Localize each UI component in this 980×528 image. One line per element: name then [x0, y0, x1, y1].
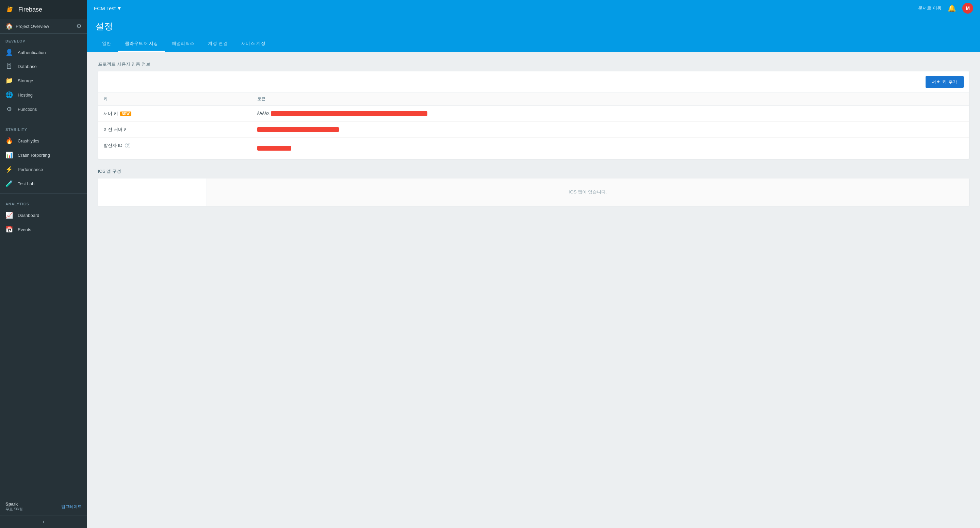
- notifications-bell-icon[interactable]: 🔔: [948, 4, 956, 12]
- sidebar-item-label: Performance: [18, 167, 43, 172]
- gear-icon[interactable]: ⚙: [76, 22, 82, 30]
- collapse-sidebar-button[interactable]: ‹: [0, 515, 87, 528]
- project-auth-section: 프로젝트 사용자 인증 정보 서버 키 추가 키 토큰: [98, 61, 969, 159]
- plan-price: 무료 $0/월: [5, 507, 23, 512]
- app-name: Firebase: [18, 6, 42, 13]
- sidebar-item-dashboard[interactable]: 📈 Dashboard: [0, 208, 87, 222]
- develop-section: DEVELOP 👤 Authentication 🗄 Database 📁 St…: [0, 34, 87, 116]
- topbar-right: 문서로 이동 🔔 M: [918, 3, 973, 14]
- server-key-redacted: [271, 111, 427, 116]
- plan-name: Spark: [5, 501, 23, 507]
- crash-reporting-icon: 📊: [5, 151, 13, 159]
- sidebar-item-label: Test Lab: [18, 181, 34, 186]
- performance-icon: ⚡: [5, 166, 13, 173]
- legacy-key-redacted: [257, 127, 339, 132]
- tab-account-link[interactable]: 계정 연결: [201, 36, 234, 52]
- dashboard-icon: 📈: [5, 211, 13, 219]
- sidebar-item-crash-reporting[interactable]: 📊 Crash Reporting: [0, 148, 87, 162]
- sidebar-item-hosting[interactable]: 🌐 Hosting: [0, 88, 87, 102]
- content-area: 프로젝트 사용자 인증 정보 서버 키 추가 키 토큰: [87, 52, 980, 528]
- project-name[interactable]: FCM Test: [94, 5, 116, 11]
- project-overview-label: Project Overview: [16, 24, 49, 29]
- key-cell-server-key: 서버 키 NEW: [98, 106, 252, 122]
- card-toolbar: 서버 키 추가: [98, 71, 969, 93]
- page-title: 설정: [95, 21, 972, 32]
- topbar-left: FCM Test ▾: [94, 5, 121, 12]
- sidebar-item-label: Authentication: [18, 50, 46, 55]
- key-cell-sender-id: 발신자 ID ?: [98, 138, 252, 159]
- hosting-icon: 🌐: [5, 91, 13, 98]
- table-row: 서버 키 NEW AAAAx: [98, 106, 969, 122]
- analytics-section: ANALYTICS 📈 Dashboard 📅 Events: [0, 197, 87, 237]
- divider-2: [0, 193, 87, 194]
- token-cell-server-key: AAAAx: [252, 106, 969, 122]
- sidebar-item-functions[interactable]: ⚙ Functions: [0, 102, 87, 116]
- sidebar-item-crashlytics[interactable]: 🔥 Crashlytics: [0, 133, 87, 148]
- sidebar: Firebase 🏠 Project Overview ⚙ DEVELOP 👤 …: [0, 0, 87, 528]
- tabs: 일반 클라우드 메시징 애널리틱스 계정 연결 서비스 계정: [95, 36, 972, 52]
- sidebar-item-database[interactable]: 🗄 Database: [0, 60, 87, 73]
- table-row: 이전 서버 키: [98, 122, 969, 138]
- sidebar-item-authentication[interactable]: 👤 Authentication: [0, 45, 87, 60]
- project-auth-title: 프로젝트 사용자 인증 정보: [98, 61, 969, 67]
- stability-section: STABILITY 🔥 Crashlytics 📊 Crash Reportin…: [0, 122, 87, 191]
- analytics-section-label: ANALYTICS: [0, 197, 87, 208]
- docs-link[interactable]: 문서로 이동: [918, 5, 942, 11]
- tab-cloud-messaging[interactable]: 클라우드 메시징: [118, 36, 165, 52]
- crashlytics-icon: 🔥: [5, 137, 13, 144]
- main-area: FCM Test ▾ 문서로 이동 🔔 M 설정 일반 클라우드 메시징 애널리…: [87, 0, 980, 528]
- sidebar-item-label: Dashboard: [18, 213, 40, 218]
- develop-section-label: DEVELOP: [0, 34, 87, 45]
- divider-1: [0, 119, 87, 119]
- token-cell-legacy: [252, 122, 969, 138]
- topbar: FCM Test ▾ 문서로 이동 🔔 M: [87, 0, 980, 16]
- sidebar-item-performance[interactable]: ⚡ Performance: [0, 162, 87, 176]
- ios-section: iOS 앱 구성 iOS 앱이 없습니다.: [98, 168, 969, 206]
- sidebar-footer: Spark 무료 $0/월 업그레이드: [0, 498, 87, 515]
- sidebar-item-events[interactable]: 📅 Events: [0, 222, 87, 237]
- events-icon: 📅: [5, 226, 13, 233]
- add-server-key-button[interactable]: 서버 키 추가: [926, 76, 964, 88]
- server-key-label: 서버 키: [103, 111, 118, 117]
- sidebar-item-label: Crashlytics: [18, 138, 40, 143]
- ios-card: iOS 앱이 없습니다.: [98, 179, 969, 206]
- page-header: 설정 일반 클라우드 메시징 애널리틱스 계정 연결 서비스 계정: [87, 16, 980, 52]
- upgrade-button[interactable]: 업그레이드: [61, 504, 82, 510]
- project-auth-card: 서버 키 추가 키 토큰: [98, 71, 969, 159]
- project-dropdown-icon[interactable]: ▾: [118, 5, 121, 12]
- sidebar-item-label: Hosting: [18, 92, 33, 98]
- ios-empty-message: iOS 앱이 없습니다.: [207, 179, 969, 206]
- key-cell-legacy: 이전 서버 키: [98, 122, 252, 138]
- sidebar-header: Firebase: [0, 0, 87, 19]
- authentication-icon: 👤: [5, 49, 13, 56]
- table-row: 발신자 ID ?: [98, 138, 969, 159]
- stability-section-label: STABILITY: [0, 122, 87, 133]
- col-token-header: 토큰: [252, 93, 969, 106]
- sender-id-label: 발신자 ID: [103, 143, 123, 148]
- database-icon: 🗄: [5, 63, 13, 70]
- sidebar-item-label: Crash Reporting: [18, 153, 50, 158]
- sidebar-item-label: Functions: [18, 107, 37, 112]
- new-badge: NEW: [120, 111, 131, 116]
- token-cell-sender-id: [252, 138, 969, 159]
- col-key-header: 키: [98, 93, 252, 106]
- test-lab-icon: 🧪: [5, 180, 13, 187]
- project-overview-item[interactable]: 🏠 Project Overview ⚙: [0, 19, 87, 34]
- credentials-table: 키 토큰 서버 키 NEW: [98, 93, 969, 159]
- legacy-key-label: 이전 서버 키: [103, 127, 128, 132]
- tab-service-account[interactable]: 서비스 계정: [234, 36, 272, 52]
- tab-analytics[interactable]: 애널리틱스: [165, 36, 202, 52]
- sidebar-item-storage[interactable]: 📁 Storage: [0, 73, 87, 88]
- sidebar-item-test-lab[interactable]: 🧪 Test Lab: [0, 176, 87, 191]
- sender-id-redacted: [257, 146, 291, 151]
- tab-general[interactable]: 일반: [95, 36, 118, 52]
- sidebar-item-label: Events: [18, 227, 31, 232]
- storage-icon: 📁: [5, 77, 13, 84]
- avatar[interactable]: M: [962, 3, 973, 14]
- ios-section-title: iOS 앱 구성: [98, 168, 969, 174]
- firebase-logo-icon: [5, 5, 15, 14]
- server-key-prefix: AAAAx: [257, 111, 269, 116]
- home-icon: 🏠: [5, 22, 13, 30]
- sidebar-item-label: Database: [18, 64, 37, 69]
- sender-id-help-icon[interactable]: ?: [125, 143, 130, 148]
